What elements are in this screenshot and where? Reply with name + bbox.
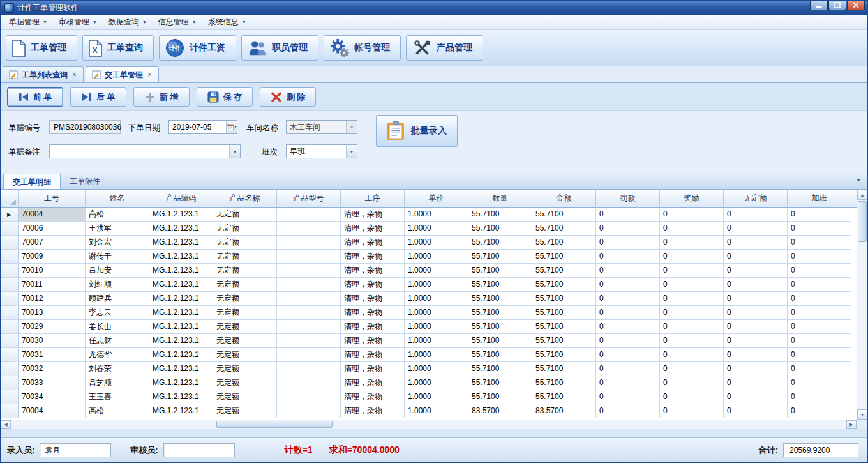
row-selector[interactable] bbox=[1, 404, 19, 418]
grid-cell[interactable]: 55.7100 bbox=[532, 250, 596, 264]
grid-cell[interactable]: 0 bbox=[788, 208, 851, 222]
table-row[interactable]: 70013李志云MG.1.2.123.1无定额清理，杂物1.000055.710… bbox=[1, 306, 857, 320]
grid-cell[interactable]: 0 bbox=[788, 362, 851, 376]
grid-cell[interactable]: 王洪军 bbox=[86, 222, 149, 236]
grid-cell[interactable]: 0 bbox=[788, 404, 851, 418]
select-all-corner[interactable] bbox=[1, 190, 19, 208]
grid-cell[interactable] bbox=[277, 236, 341, 250]
prev-order-button[interactable]: 前 单 bbox=[7, 87, 63, 107]
grid-cell[interactable]: 83.5700 bbox=[468, 404, 532, 418]
grid-cell[interactable]: 0 bbox=[788, 376, 851, 390]
grid-cell[interactable]: 0 bbox=[788, 236, 851, 250]
grid-cell[interactable]: 55.7100 bbox=[532, 278, 596, 292]
table-row[interactable]: 70031尤德华MG.1.2.123.1无定额清理，杂物1.000055.710… bbox=[1, 348, 857, 362]
piecework-wage-button[interactable]: 计件计件工资 bbox=[159, 35, 236, 61]
grid-cell[interactable]: 0 bbox=[724, 236, 788, 250]
grid-cell[interactable]: 0 bbox=[724, 404, 788, 418]
grid-cell[interactable]: 55.7100 bbox=[532, 320, 596, 334]
menu-audit-mgmt[interactable]: 审核管理▼ bbox=[53, 15, 103, 29]
batch-entry-button[interactable]: 批量录入 bbox=[376, 115, 458, 147]
column-header[interactable]: 加班 bbox=[788, 190, 851, 208]
column-header[interactable]: 金额 bbox=[532, 190, 596, 208]
grid-cell[interactable]: 0 bbox=[788, 292, 851, 306]
grid-cell[interactable]: 0 bbox=[788, 222, 851, 236]
minimize-button[interactable] bbox=[810, 1, 828, 10]
grid-cell[interactable]: 0 bbox=[596, 362, 660, 376]
table-row[interactable]: ▶70004高松MG.1.2.123.1无定额清理，杂物1.000055.710… bbox=[1, 208, 857, 222]
grid-cell[interactable]: 0 bbox=[724, 208, 788, 222]
table-row[interactable]: 70034王玉喜MG.1.2.123.1无定额清理，杂物1.000055.710… bbox=[1, 390, 857, 404]
tab-close-icon[interactable]: × bbox=[147, 70, 153, 79]
tab-close-icon[interactable]: × bbox=[71, 70, 77, 79]
grid-cell[interactable]: 55.7100 bbox=[532, 334, 596, 348]
grid-cell[interactable]: 0 bbox=[596, 208, 660, 222]
grid-cell[interactable]: 70011 bbox=[19, 278, 86, 292]
vertical-scroll-thumb[interactable] bbox=[858, 201, 867, 242]
scroll-up-icon[interactable]: ▲ bbox=[857, 190, 867, 200]
grid-cell[interactable]: 55.7100 bbox=[532, 362, 596, 376]
grid-cell[interactable]: 无定额 bbox=[213, 236, 277, 250]
grid-cell[interactable]: 0 bbox=[660, 264, 724, 278]
grid-cell[interactable]: 55.7100 bbox=[468, 278, 532, 292]
grid-cell[interactable]: 姜长山 bbox=[86, 320, 149, 334]
grid-cell[interactable]: 吕芝顺 bbox=[86, 376, 149, 390]
grid-cell[interactable]: 尤德华 bbox=[86, 348, 149, 362]
grid-cell[interactable]: 清理，杂物 bbox=[341, 264, 405, 278]
horizontal-scrollbar[interactable]: ◀ ▶ bbox=[1, 420, 857, 429]
row-selector[interactable] bbox=[1, 264, 19, 278]
grid-cell[interactable]: 0 bbox=[596, 250, 660, 264]
shift-select[interactable]: 早班 ▼ bbox=[286, 144, 357, 158]
scroll-left-icon[interactable]: ◀ bbox=[1, 420, 11, 429]
grid-cell[interactable] bbox=[277, 292, 341, 306]
table-row[interactable]: 70030任志财MG.1.2.123.1无定额清理，杂物1.000055.710… bbox=[1, 334, 857, 348]
grid-cell[interactable]: 70033 bbox=[19, 376, 86, 390]
tab-delivery-order-mgmt[interactable]: 交工单管理× bbox=[86, 66, 159, 82]
grid-cell[interactable]: 清理，杂物 bbox=[341, 250, 405, 264]
grid-cell[interactable]: 无定额 bbox=[213, 390, 277, 404]
grid-cell[interactable]: 70012 bbox=[19, 292, 86, 306]
grid-cell[interactable]: 55.7100 bbox=[468, 292, 532, 306]
grid-cell[interactable]: 55.7100 bbox=[468, 390, 532, 404]
grid-cell[interactable]: 0 bbox=[596, 264, 660, 278]
add-new-button[interactable]: 新 增 bbox=[133, 87, 190, 107]
grid-cell[interactable] bbox=[277, 390, 341, 404]
grid-cell[interactable]: 清理，杂物 bbox=[341, 278, 405, 292]
grid-cell[interactable]: 1.0000 bbox=[405, 362, 468, 376]
grid-cell[interactable]: 无定额 bbox=[213, 404, 277, 418]
grid-cell[interactable]: 55.7100 bbox=[468, 348, 532, 362]
grid-cell[interactable]: MG.1.2.123.1 bbox=[149, 404, 213, 418]
grid-cell[interactable] bbox=[277, 362, 341, 376]
grid-cell[interactable] bbox=[277, 222, 341, 236]
grid-cell[interactable]: 0 bbox=[724, 264, 788, 278]
grid-cell[interactable]: 0 bbox=[724, 376, 788, 390]
grid-cell[interactable] bbox=[277, 320, 341, 334]
column-header[interactable]: 罚款 bbox=[596, 190, 660, 208]
grid-cell[interactable]: 1.0000 bbox=[405, 236, 468, 250]
grid-cell[interactable]: 无定额 bbox=[213, 362, 277, 376]
grid-cell[interactable]: MG.1.2.123.1 bbox=[149, 362, 213, 376]
grid-cell[interactable]: 55.7100 bbox=[468, 362, 532, 376]
grid-cell[interactable]: 0 bbox=[788, 320, 851, 334]
grid-cell[interactable]: 70009 bbox=[19, 250, 86, 264]
grid-cell[interactable]: 55.7100 bbox=[468, 334, 532, 348]
close-button[interactable] bbox=[847, 1, 865, 10]
row-selector[interactable] bbox=[1, 348, 19, 362]
product-mgmt-button[interactable]: 产品管理 bbox=[406, 35, 483, 61]
grid-cell[interactable]: MG.1.2.123.1 bbox=[149, 292, 213, 306]
grid-cell[interactable]: 无定额 bbox=[213, 320, 277, 334]
row-selector[interactable] bbox=[1, 250, 19, 264]
row-selector[interactable] bbox=[1, 334, 19, 348]
grid-cell[interactable]: MG.1.2.123.1 bbox=[149, 348, 213, 362]
menu-system-info[interactable]: 系统信息▼ bbox=[202, 15, 252, 29]
grid-cell[interactable]: 55.7100 bbox=[532, 292, 596, 306]
grid-cell[interactable]: 70029 bbox=[19, 320, 86, 334]
grid-cell[interactable]: 55.7100 bbox=[468, 250, 532, 264]
grid-cell[interactable]: 1.0000 bbox=[405, 278, 468, 292]
grid-cell[interactable]: 1.0000 bbox=[405, 376, 468, 390]
grid-cell[interactable]: 0 bbox=[660, 208, 724, 222]
grid-cell[interactable]: 0 bbox=[724, 278, 788, 292]
grid-cell[interactable]: 1.0000 bbox=[405, 306, 468, 320]
grid-cell[interactable] bbox=[277, 264, 341, 278]
grid-cell[interactable]: 1.0000 bbox=[405, 264, 468, 278]
grid-cell[interactable]: 70004 bbox=[19, 208, 86, 222]
